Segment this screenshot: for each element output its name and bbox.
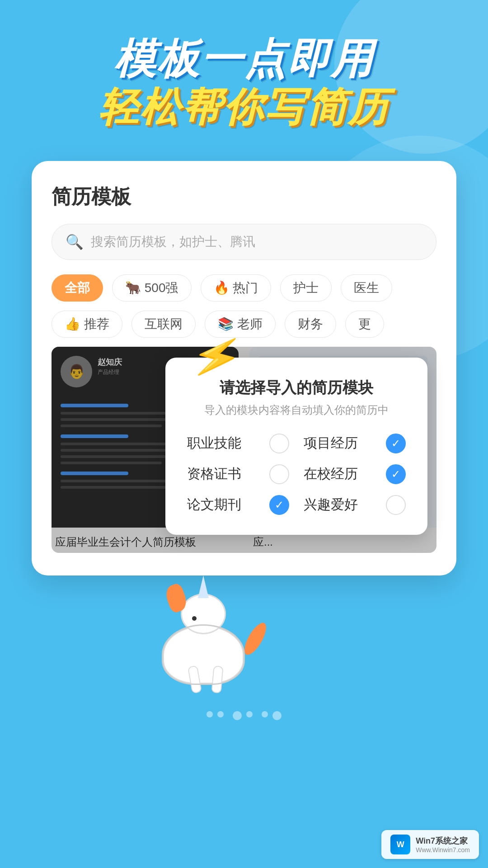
- option-label-school: 在校经历: [304, 465, 358, 483]
- header-area: 模板一点即用 轻松帮你写简历: [0, 0, 488, 147]
- watermark-logo: W: [390, 835, 410, 854]
- watermark-site-name: Win7系统之家: [416, 835, 470, 846]
- unicorn-character: [140, 576, 276, 693]
- option-paper[interactable]: 论文期刊 ✓: [187, 495, 289, 515]
- modal-subtitle: 导入的模块内容将自动填入你的简历中: [187, 403, 406, 417]
- option-skills[interactable]: 职业技能: [187, 434, 289, 453]
- checkbox-skills[interactable]: [269, 434, 289, 453]
- filter-tag-all[interactable]: 全部: [52, 274, 103, 302]
- option-hobby[interactable]: 兴趣爱好: [304, 495, 406, 515]
- filter-tag-nurse[interactable]: 护士: [280, 274, 332, 302]
- import-module-modal: 请选择导入的简历模块 导入的模块内容将自动填入你的简历中 职业技能 项目经历 ✓: [165, 358, 427, 535]
- unicorn-area: [32, 566, 456, 693]
- search-placeholder: 搜索简历模板，如护士、腾讯: [91, 233, 255, 250]
- option-cert[interactable]: 资格证书: [187, 464, 289, 484]
- title-sub: 轻松帮你写简历: [18, 85, 470, 129]
- watermark: W Win7系统之家 Www.Winwin7.com: [381, 830, 479, 859]
- search-bar[interactable]: 🔍 搜索简历模板，如护士、腾讯: [52, 224, 436, 260]
- filter-row-2: 👍 推荐 互联网 📚 老师 财务 更: [52, 311, 436, 338]
- option-project[interactable]: 项目经历 ✓: [304, 434, 406, 453]
- option-label-paper: 论文期刊: [187, 495, 241, 514]
- bottom-dots: [206, 711, 282, 720]
- filter-tag-doctor[interactable]: 医生: [341, 274, 392, 302]
- watermark-url: Www.Winwin7.com: [416, 846, 470, 854]
- filter-tag-recommend[interactable]: 👍 推荐: [52, 311, 122, 338]
- checkbox-paper[interactable]: ✓: [269, 495, 289, 515]
- checkbox-hobby[interactable]: [386, 495, 406, 515]
- modal-options: 职业技能 项目经历 ✓ 资格证书 在校经历: [187, 434, 406, 515]
- checkbox-cert[interactable]: [269, 464, 289, 484]
- filter-row-1: 全部 🐂 500强 🔥 热门 护士 医生: [52, 274, 436, 302]
- filter-tag-finance[interactable]: 财务: [285, 311, 336, 338]
- checkbox-project[interactable]: ✓: [386, 434, 406, 453]
- option-label-skills: 职业技能: [187, 434, 241, 453]
- filter-tag-500[interactable]: 🐂 500强: [112, 274, 192, 302]
- option-label-project: 项目经历: [304, 434, 358, 453]
- checkbox-school[interactable]: ✓: [386, 464, 406, 484]
- title-main: 模板一点即用: [18, 36, 470, 82]
- option-label-hobby: 兴趣爱好: [304, 495, 358, 514]
- modal-overlay: ⚡ 请选择导入的简历模块 导入的模块内容将自动填入你的简历中 职业技能 项目经历…: [52, 347, 436, 553]
- main-card: 简历模板 🔍 搜索简历模板，如护士、腾讯 全部 🐂 500强 🔥 热门 护士 医…: [32, 161, 456, 576]
- filter-tag-hot[interactable]: 🔥 热门: [201, 274, 272, 302]
- option-label-cert: 资格证书: [187, 465, 241, 483]
- search-icon: 🔍: [66, 233, 84, 250]
- filter-tag-internet[interactable]: 互联网: [131, 311, 196, 338]
- filter-tag-more[interactable]: 更: [345, 311, 384, 338]
- option-school[interactable]: 在校经历 ✓: [304, 464, 406, 484]
- card-title: 简历模板: [52, 184, 436, 210]
